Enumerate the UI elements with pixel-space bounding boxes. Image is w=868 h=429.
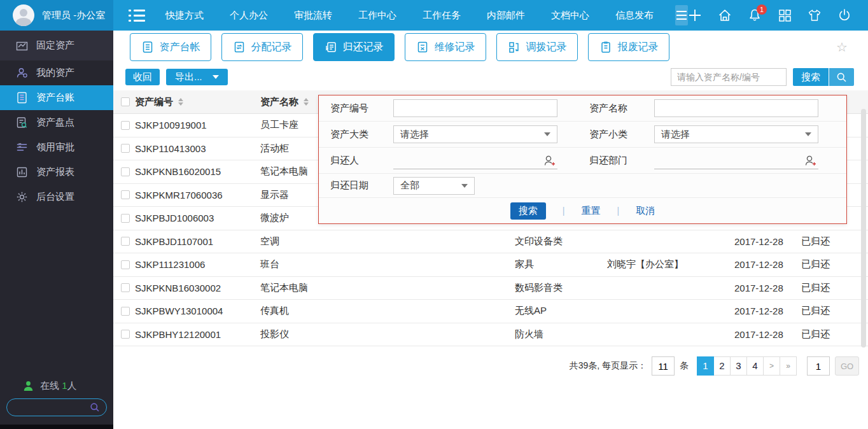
person-add-icon[interactable] — [543, 155, 556, 166]
nav-item-info[interactable]: 信息发布 — [615, 10, 654, 22]
row-checkbox[interactable] — [121, 190, 130, 199]
plus-icon[interactable] — [688, 8, 702, 22]
go-button[interactable]: GO — [835, 356, 859, 376]
shirt-icon[interactable] — [808, 8, 822, 22]
tab-return-records[interactable]: 归还记录 — [313, 33, 395, 61]
table-row[interactable]: SJKPBJD1107001 空调 文印设备类 2017-12-28 已归还 — [113, 230, 868, 254]
avatar[interactable] — [13, 4, 34, 26]
sidebar-item-label: 领用审批 — [36, 141, 74, 153]
row-checkbox[interactable] — [121, 214, 130, 223]
filter-date-select[interactable]: 全部 — [393, 177, 475, 195]
search-button[interactable]: 搜索 — [793, 68, 829, 86]
sidebar-item-asset-ledger[interactable]: 资产台账 — [0, 85, 113, 110]
filter-row-3: 归还人 归还部门 — [319, 148, 846, 174]
select-all-checkbox[interactable] — [121, 97, 130, 106]
search-input[interactable] — [671, 68, 787, 86]
next-page-button[interactable]: > — [763, 356, 780, 376]
table-row[interactable]: SJKPKNB16030002 笔记本电脑 数码影音类 2017-12-28 已… — [113, 277, 868, 300]
selected-value: 请选择 — [400, 129, 429, 141]
inventory-icon — [15, 116, 28, 129]
home-icon[interactable] — [718, 8, 732, 22]
chevron-down-icon — [544, 132, 550, 136]
bell-icon[interactable]: 1 — [748, 8, 762, 22]
sidebar-item-asset-report[interactable]: 资产报表 — [0, 160, 113, 185]
tab-label: 维修记录 — [435, 41, 475, 54]
sidebar-item-fixed-assets[interactable]: 固定资产 — [0, 31, 113, 60]
cell-code: SJKP111231006 — [135, 259, 260, 270]
tab-allocation-records[interactable]: 分配记录 — [221, 33, 303, 61]
more-menu-icon[interactable] — [675, 5, 688, 25]
tab-label: 资产台帐 — [160, 41, 200, 54]
apps-icon[interactable] — [778, 8, 792, 22]
sidebar-search — [6, 398, 107, 416]
cell-person: 刘晓宇【办公室】 — [607, 258, 734, 271]
search-icon-button[interactable] — [829, 68, 854, 86]
cell-status: 已归还 — [801, 328, 868, 341]
tab-asset-ledger[interactable]: 资产台帐 — [130, 33, 211, 61]
sidebar-item-settings[interactable]: 后台设置 — [0, 185, 113, 209]
table-row[interactable]: SJKPBHY12120001 投影仪 防火墙 2017-12-28 已归还 — [113, 323, 868, 347]
nav-item-personal[interactable]: 个人办公 — [230, 10, 268, 22]
sidebar-item-asset-inventory[interactable]: 资产盘点 — [0, 110, 113, 135]
nav-item-tasks[interactable]: 工作任务 — [423, 10, 461, 22]
page-4[interactable]: 4 — [746, 356, 764, 376]
tab-repair-records[interactable]: 维修记录 — [405, 33, 486, 61]
tab-scrap-records[interactable]: 报废记录 — [588, 33, 669, 61]
table-row[interactable]: SJKPBWY13010004 传真机 无线AP 2017-12-28 已归还 — [113, 300, 868, 323]
page-size-input[interactable] — [652, 356, 675, 376]
cell-name: 班台 — [260, 258, 515, 271]
goto-page-input[interactable] — [807, 356, 830, 376]
nav-item-shortcuts[interactable]: 快捷方式 — [165, 10, 204, 22]
row-checkbox[interactable] — [121, 121, 130, 130]
person-add-icon[interactable] — [804, 155, 817, 166]
row-checkbox[interactable] — [121, 144, 130, 153]
topbar-user-area[interactable]: 管理员 -办公室 — [0, 0, 113, 31]
filter-reset-button[interactable]: 重置 — [582, 205, 601, 217]
nav-item-workcenter[interactable]: 工作中心 — [358, 10, 396, 22]
filter-returner-input[interactable] — [393, 155, 543, 165]
row-checkbox[interactable] — [121, 167, 130, 176]
last-page-button[interactable]: » — [780, 356, 797, 376]
filter-dept-input[interactable] — [654, 155, 804, 165]
cell-code: SJKP100919001 — [135, 120, 260, 130]
sidebar-search-input[interactable] — [7, 403, 90, 412]
filter-minor-select[interactable]: 请选择 — [654, 125, 818, 143]
filter-code-input[interactable] — [393, 99, 557, 117]
filter-major-select[interactable]: 请选择 — [393, 125, 557, 143]
favorite-star-icon[interactable]: ☆ — [836, 41, 848, 53]
row-checkbox[interactable] — [121, 307, 130, 316]
online-status: 在线 1人 — [0, 380, 113, 392]
repair-tab-icon — [416, 41, 429, 53]
sort-icon[interactable] — [178, 98, 183, 106]
row-checkbox[interactable] — [121, 237, 130, 246]
chevron-down-icon — [461, 184, 468, 188]
nav-item-approval[interactable]: 审批流转 — [294, 10, 332, 22]
record-tabs: 资产台帐 分配记录 归还记录 维修记录 调拨记录 报废记录 ☆ — [113, 31, 868, 64]
row-checkbox[interactable] — [121, 283, 130, 292]
power-icon[interactable] — [837, 8, 851, 22]
collapse-menu-icon[interactable] — [129, 9, 145, 22]
vertical-scrollbar[interactable] — [861, 109, 866, 348]
tab-transfer-records[interactable]: 调拨记录 — [496, 33, 578, 61]
page-1[interactable]: 1 — [697, 356, 714, 376]
sidebar-item-my-assets[interactable]: 我的资产 — [0, 60, 113, 85]
sidebar-item-label: 我的资产 — [36, 67, 74, 79]
export-button[interactable]: 导出... — [166, 69, 228, 85]
filter-search-button[interactable]: 搜索 — [510, 202, 546, 220]
page-3[interactable]: 3 — [730, 356, 747, 376]
pagination-total: 共39条, 每页显示： — [570, 360, 647, 372]
filter-code-label: 资产编号 — [330, 102, 393, 115]
sidebar-item-label: 资产报表 — [36, 166, 74, 178]
recall-button[interactable]: 收回 — [125, 69, 160, 85]
sort-icon[interactable] — [304, 98, 309, 106]
row-checkbox[interactable] — [121, 260, 130, 269]
table-row[interactable]: SJKP111231006 班台 家具 刘晓宇【办公室】 2017-12-28 … — [113, 253, 868, 277]
filter-cancel-button[interactable]: 取消 — [636, 205, 655, 217]
nav-item-mail[interactable]: 内部邮件 — [487, 10, 525, 22]
search-icon[interactable] — [90, 402, 100, 412]
filter-name-input[interactable] — [654, 99, 818, 117]
page-2[interactable]: 2 — [713, 356, 731, 376]
sidebar-item-approval[interactable]: 领用审批 — [0, 135, 113, 160]
row-checkbox[interactable] — [121, 330, 130, 339]
nav-item-docs[interactable]: 文档中心 — [551, 10, 589, 22]
